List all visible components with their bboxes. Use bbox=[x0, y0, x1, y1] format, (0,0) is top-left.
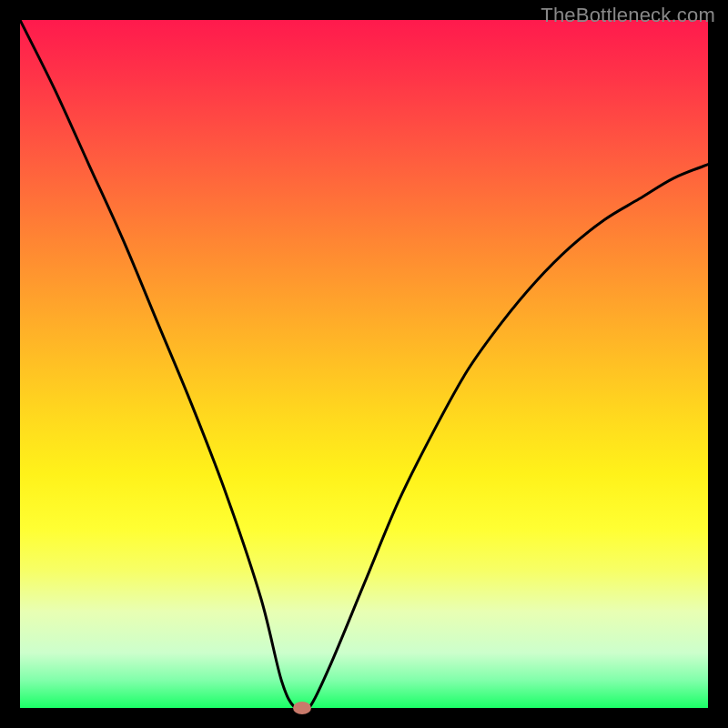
chart-plot-area bbox=[20, 20, 708, 708]
optimal-point-marker bbox=[293, 702, 311, 714]
watermark-text: TheBottleneck.com bbox=[541, 4, 715, 27]
bottleneck-curve bbox=[20, 20, 708, 708]
